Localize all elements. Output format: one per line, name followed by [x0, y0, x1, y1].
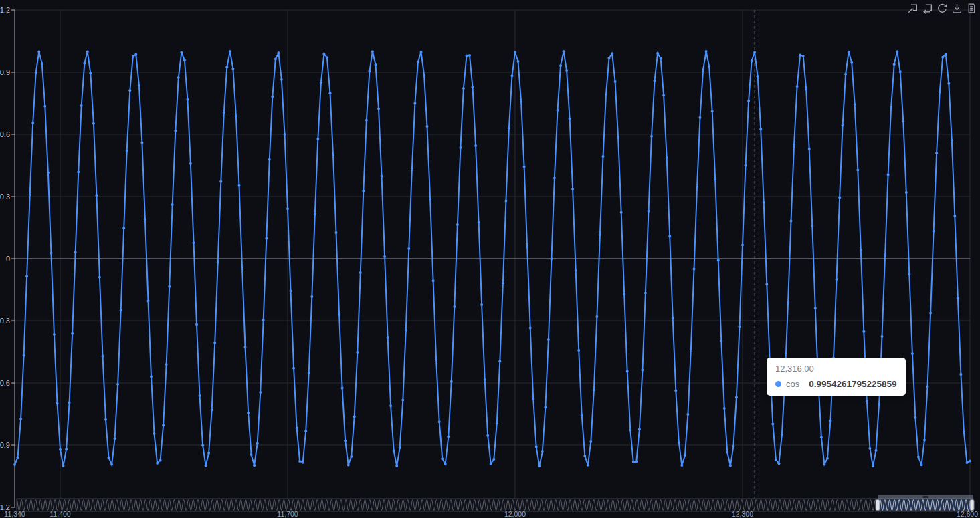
data-point [401, 399, 404, 402]
data-point [541, 450, 544, 453]
y-axis-label: -0.3 [0, 317, 10, 325]
data-point [896, 50, 898, 53]
data-point [134, 53, 137, 56]
data-point [720, 340, 722, 342]
data-point [468, 54, 471, 57]
data-point [80, 104, 83, 107]
data-point [504, 200, 507, 203]
data-point [165, 363, 168, 366]
data-point [553, 177, 556, 180]
data-point [459, 146, 462, 149]
data-point [441, 457, 444, 460]
data-point [929, 312, 932, 315]
data-point [908, 273, 910, 275]
data-point [116, 383, 119, 386]
data-point [405, 329, 407, 332]
data-point [168, 285, 171, 288]
data-point [644, 292, 647, 295]
datazoom-slider[interactable] [17, 495, 974, 511]
data-point [529, 327, 532, 330]
data-point [787, 302, 789, 305]
data-point [314, 213, 316, 216]
data-point [759, 128, 762, 130]
slider-handle-left[interactable] [876, 500, 880, 511]
data-point [447, 436, 450, 438]
data-point [486, 434, 489, 437]
data-point [629, 429, 631, 432]
data-point [126, 150, 128, 152]
tooltip-series-row: cos 0.9954261795225859 [775, 379, 897, 389]
data-point [375, 63, 377, 66]
data-point [286, 207, 289, 210]
data-point [914, 416, 916, 419]
data-point [450, 380, 453, 383]
data-point [875, 449, 878, 452]
data-point [595, 315, 598, 318]
data-point [550, 257, 553, 260]
data-point [77, 171, 80, 174]
data-point [532, 397, 534, 400]
y-axis-label: 0.9 [0, 68, 10, 76]
data-point [183, 59, 186, 61]
data-point [19, 418, 22, 420]
data-point [587, 464, 589, 467]
zoom-reset-button[interactable] [922, 3, 933, 14]
data-point [322, 53, 325, 55]
zoom-reset-icon [922, 3, 933, 14]
data-point [25, 275, 28, 278]
data-point [484, 378, 486, 381]
data-point [381, 175, 383, 178]
data-point [535, 446, 538, 448]
data-point [802, 55, 805, 57]
data-point [225, 66, 228, 68]
data-view-button[interactable] [966, 3, 977, 14]
data-point [796, 85, 799, 88]
data-point [177, 76, 180, 79]
data-point [83, 62, 86, 65]
data-point [171, 203, 174, 206]
data-point [199, 394, 201, 397]
data-point [638, 428, 641, 430]
data-point [43, 105, 46, 108]
data-point [365, 119, 368, 122]
tooltip-x-value: 12,316.00 [775, 364, 897, 374]
data-point [668, 235, 671, 237]
data-point [599, 233, 601, 236]
data-point [693, 268, 696, 271]
slider-handle-right[interactable] [970, 500, 974, 511]
data-point [231, 68, 234, 70]
data-point [893, 63, 896, 66]
slider-move-handle[interactable] [878, 495, 973, 499]
data-point [862, 330, 865, 333]
restore-button[interactable] [937, 3, 948, 14]
data-point [399, 446, 401, 449]
y-axis-label: 0 [6, 255, 10, 263]
data-point [110, 463, 113, 466]
data-point [290, 289, 292, 292]
data-point [383, 255, 386, 258]
line-chart[interactable]: 1.20.90.60.30-0.3-0.6-0.9-1.2 11,34011,4… [0, 0, 980, 518]
save-image-button[interactable] [951, 3, 963, 14]
data-point [902, 120, 904, 123]
data-point [456, 223, 459, 226]
data-point [626, 370, 629, 372]
data-point [31, 122, 34, 124]
data-point [805, 88, 807, 90]
data-point [302, 461, 304, 464]
data-point [608, 57, 611, 59]
data-point [790, 220, 793, 223]
data-point [189, 162, 192, 165]
data-point [466, 55, 468, 57]
data-point [672, 317, 674, 319]
data-point [432, 279, 435, 282]
data-point [814, 307, 817, 309]
data-point [407, 247, 410, 250]
zoom-select-button[interactable] [907, 3, 918, 14]
data-point [108, 457, 110, 459]
data-point [47, 172, 50, 174]
data-point [517, 60, 520, 63]
data-point [320, 82, 322, 84]
data-point [292, 367, 295, 370]
data-point [702, 68, 704, 71]
data-point [429, 198, 431, 201]
